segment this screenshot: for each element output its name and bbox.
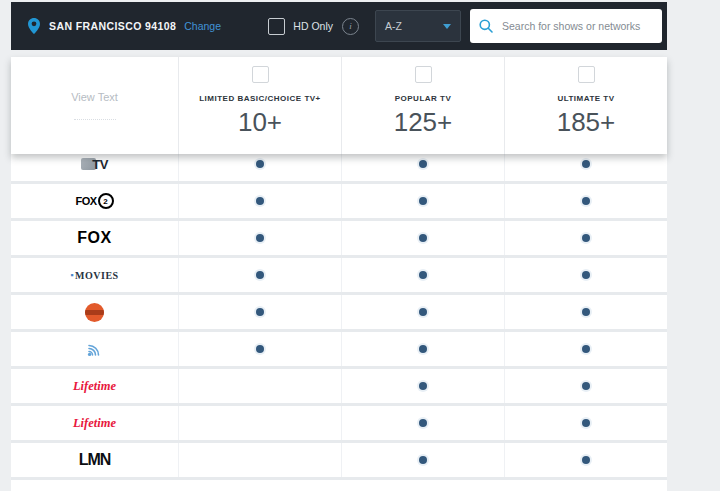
availability-dot (582, 456, 590, 464)
channel-row (11, 332, 667, 369)
channel-logo: TV (81, 157, 108, 172)
channel-logo-cell: FOX2 (11, 184, 178, 218)
availability-dot (256, 308, 264, 316)
channel-logo-cell (11, 332, 178, 366)
availability-dot (582, 234, 590, 242)
channel-row: ▪MOVIES (11, 258, 667, 295)
channel-logo: LMN (79, 451, 111, 469)
availability-dot (256, 197, 264, 205)
channel-rows: TV FOX2 FOX ▪MOVIES (11, 147, 667, 491)
view-text-link[interactable]: View Text (71, 91, 118, 103)
availability-dot (582, 345, 590, 353)
channel-logo-cell: FOX (11, 221, 178, 255)
plan-availability-cell (341, 258, 504, 292)
plan-availability-cell (341, 369, 504, 403)
movies-logo: ▪MOVIES (70, 270, 118, 281)
location-label: SAN FRANCISCO 94108 (49, 20, 176, 32)
channel-row: LMN (11, 443, 667, 480)
view-text-divider (74, 119, 116, 120)
channel-logo-cell: Lifetime (11, 406, 178, 440)
plan-availability-cell (341, 443, 504, 477)
plan-availability-cell (341, 295, 504, 329)
lifetime-logo: Lifetime (73, 416, 116, 431)
plan-column-limited-basic: LIMITED BASIC/CHOICE TV+ 10+ (178, 57, 341, 154)
channel-logo (85, 340, 105, 358)
channel-logo: Lifetime (73, 379, 116, 394)
availability-dot (582, 382, 590, 390)
search-input[interactable] (500, 19, 653, 33)
location-pin-icon (28, 18, 40, 34)
orange-ball-logo (85, 303, 104, 322)
plan-availability-cell (504, 258, 667, 292)
plan-checkbox[interactable] (252, 66, 269, 83)
plan-channel-count: 185+ (557, 107, 616, 138)
plan-column-ultimate-tv: ULTIMATE TV 185+ (504, 57, 667, 154)
view-text-cell: View Text (11, 57, 178, 154)
plan-name: POPULAR TV (395, 94, 452, 103)
availability-dot (419, 160, 427, 168)
partial-next-row (11, 480, 667, 491)
plan-availability-cell (178, 443, 341, 477)
availability-dot (419, 456, 427, 464)
plan-availability-cell (504, 406, 667, 440)
hd-only-checkbox[interactable] (268, 18, 285, 35)
availability-dot (582, 271, 590, 279)
change-location-link[interactable]: Change (184, 20, 221, 32)
plan-availability-cell (178, 221, 341, 255)
availability-dot (419, 197, 427, 205)
channel-row: Lifetime (11, 406, 667, 443)
plan-column-popular-tv: POPULAR TV 125+ (341, 57, 504, 154)
channel-row (11, 295, 667, 332)
movies-mark: ▪ (70, 270, 74, 280)
channel-logo-cell (11, 295, 178, 329)
channel-logo: ▪MOVIES (70, 270, 118, 281)
lifetime-logo: Lifetime (73, 379, 116, 394)
availability-dot (419, 419, 427, 427)
chevron-down-icon (443, 24, 451, 29)
plan-availability-cell (178, 369, 341, 403)
plan-availability-cell (341, 184, 504, 218)
fox-2-badge: 2 (98, 193, 114, 209)
sort-dropdown[interactable]: A-Z (375, 10, 461, 42)
plan-channel-count: 125+ (394, 107, 453, 138)
plan-checkbox[interactable] (415, 66, 432, 83)
channel-row: Lifetime (11, 369, 667, 406)
availability-dot (419, 271, 427, 279)
availability-dot (419, 234, 427, 242)
plan-checkbox[interactable] (578, 66, 595, 83)
availability-dot (256, 160, 264, 168)
channel-logo: Lifetime (73, 416, 116, 431)
plan-availability-cell (504, 184, 667, 218)
plan-availability-cell (178, 295, 341, 329)
channel-logo-cell: ▪MOVIES (11, 258, 178, 292)
channel-logo: FOX (77, 229, 111, 247)
availability-dot (582, 308, 590, 316)
availability-dot (582, 160, 590, 168)
plan-availability-cell (178, 258, 341, 292)
gray-tv-logo: TV (81, 157, 108, 172)
info-icon[interactable]: i (342, 18, 359, 35)
plan-availability-cell (504, 369, 667, 403)
availability-dot (582, 197, 590, 205)
channel-logo-cell: LMN (11, 443, 178, 477)
fox-logo: FOX (77, 229, 111, 247)
plan-availability-cell (178, 406, 341, 440)
orange-ball-band (85, 310, 104, 315)
availability-dot (256, 234, 264, 242)
plan-channel-count: 10+ (238, 107, 282, 138)
plan-availability-cell (341, 332, 504, 366)
signal-dish-logo (85, 340, 105, 358)
lmn-logo: LMN (79, 451, 111, 469)
channel-row: FOX (11, 221, 667, 258)
availability-dot (419, 308, 427, 316)
plan-availability-cell (341, 406, 504, 440)
fox-2-logo: FOX2 (75, 193, 113, 209)
channel-logo (85, 303, 104, 322)
availability-dot (419, 345, 427, 353)
plan-availability-cell (178, 184, 341, 218)
availability-dot (419, 382, 427, 390)
top-bar: SAN FRANCISCO 94108 Change HD Only i A-Z (11, 2, 667, 50)
availability-dot (582, 419, 590, 427)
plan-name: LIMITED BASIC/CHOICE TV+ (199, 94, 321, 103)
plan-availability-cell (341, 221, 504, 255)
